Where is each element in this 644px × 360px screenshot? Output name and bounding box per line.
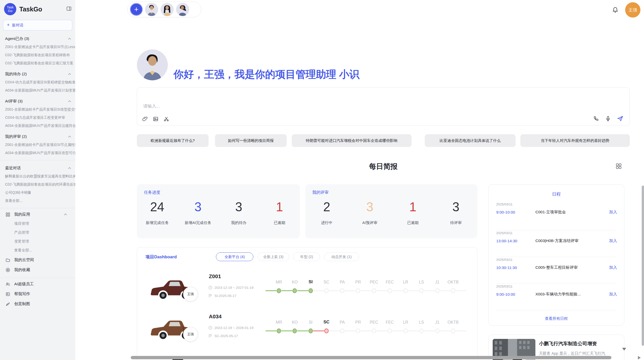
image-icon[interactable] xyxy=(153,116,158,122)
tab-powertrain[interactable]: 动总开发 (1) xyxy=(324,252,359,261)
recent-chat-item[interactable]: 公司Q3轻卡销量 xyxy=(0,189,75,197)
recent-chat-item[interactable]: C02-飞腾新能源轻客改款项目的闭环通告反馈情况 xyxy=(0,181,75,189)
join-link[interactable]: 加入 xyxy=(609,265,617,270)
event-date: 2025/03/11 xyxy=(496,258,617,262)
join-link[interactable]: 加入 xyxy=(609,292,617,297)
stat-overdue: 1已逾期 xyxy=(259,201,300,225)
sidebar-item[interactable]: Z001-全新燃油轻卡产品开发项目SI造型提交物评审 xyxy=(0,106,75,114)
join-link[interactable]: 加入 xyxy=(609,238,617,244)
sidebar-item-creative-draw[interactable]: 创意制图 xyxy=(0,299,75,309)
tab-new-body[interactable]: 全新上装 (3) xyxy=(257,252,289,261)
avatar[interactable] xyxy=(176,3,189,16)
microphone-icon[interactable] xyxy=(605,116,611,122)
quill-pen-icon xyxy=(6,302,10,306)
schedule-item: 2025/03/11 10:30-11:30 C005-整车工程目标评审 加入 xyxy=(496,258,617,282)
sidebar-item-ai-super-staff[interactable]: AI超级员工 xyxy=(0,279,75,289)
milestone-node-SC: SC xyxy=(324,318,329,333)
event-title: C005-整车工程目标评审 xyxy=(535,265,609,270)
sidebar-item[interactable]: A034-全新新能源MUV产品开发项目计划变更表编写 xyxy=(0,86,75,95)
recent-view-all[interactable]: 查看全部... xyxy=(0,197,75,205)
section-header-ai-review[interactable]: AI评审 (3) xyxy=(0,95,75,106)
chevron-up-icon xyxy=(68,73,71,75)
avatar[interactable] xyxy=(145,3,158,16)
people-icon xyxy=(6,282,10,287)
stat-new-done: 24新增完成任务 xyxy=(137,201,178,225)
app-link-view-all[interactable]: 查看全部... xyxy=(0,246,75,255)
scroll-down-arrow[interactable] xyxy=(622,348,626,351)
new-chat-button[interactable]: + 新对话 xyxy=(3,20,72,31)
tab-new-platform[interactable]: 全新平台 (4) xyxy=(216,252,253,261)
milestone-node-MR: MR xyxy=(276,318,281,333)
project-dashboard-card: 项目Dashboard 全新平台 (4) 全新上装 (3) 年型 (2) 动总开… xyxy=(137,247,477,360)
project-flag-row: SI-2025-05-17 xyxy=(208,294,236,298)
milestone-node-OKTB: OKTB xyxy=(451,318,456,333)
view-all-schedule-link[interactable]: 查看所有日程 xyxy=(489,316,624,321)
sidebar-item[interactable]: C0X4-动力总成开发项目SI里程碑提交物检查 xyxy=(0,78,75,86)
app-link-change-mgmt[interactable]: 变更管理 xyxy=(0,237,75,246)
dashboard-title: 项目Dashboard xyxy=(145,254,177,260)
section-title: AI评审 (3) xyxy=(5,99,68,104)
app-link-product-mgmt[interactable]: 产品管理 xyxy=(0,228,75,237)
project-name[interactable]: Z001 xyxy=(209,273,221,279)
milestone-node-J1: J1 xyxy=(435,278,440,293)
add-member-button[interactable]: + xyxy=(130,3,143,16)
team-member-pill: + xyxy=(127,2,201,17)
milestone-node-LS: LS xyxy=(419,318,424,333)
suggestion-chip[interactable]: 如何写一份清晰的项目周报 xyxy=(215,134,287,147)
section-header-my-todo[interactable]: 我的待办 (2) xyxy=(0,67,75,78)
app-logo: Task Go xyxy=(4,3,16,15)
vertical-scrollbar-thumb[interactable] xyxy=(642,186,644,346)
cloud-space-label: 我的云空间 xyxy=(14,257,71,263)
scroll-right-arrow[interactable] xyxy=(638,356,641,359)
section-header-recent-chats[interactable]: 最近对话 xyxy=(0,161,75,172)
sidebar-item-my-apps[interactable]: 我的应用 xyxy=(0,209,75,219)
phone-icon[interactable] xyxy=(593,116,599,122)
project-owner-badge[interactable]: 王强 xyxy=(183,327,198,342)
sidebar-item[interactable]: C02-飞腾新能源轻客改款项目里程碑画布 xyxy=(0,51,75,59)
suggestion-chips: 欧洲新规最近颁布了什么? 如何写一份清晰的项目周报 特朗普可能对进口汽车增税会对… xyxy=(137,134,630,147)
layout-grid-icon[interactable] xyxy=(616,163,622,170)
suggestion-chip[interactable]: 欧洲新规最近颁布了什么? xyxy=(137,134,209,147)
chat-input[interactable] xyxy=(143,103,373,109)
section-header-agent-done[interactable]: Agent已办 (3) xyxy=(0,32,75,43)
sidebar-item[interactable]: A034-全新新能源MUV产品开发项目法规符合性评审 xyxy=(0,122,75,130)
sidebar-item[interactable]: C02-飞腾新能源轻客改款项目立项汇报方案 xyxy=(0,59,75,67)
project-name[interactable]: A034 xyxy=(209,313,222,320)
join-link[interactable]: 加入 xyxy=(609,209,617,215)
avatar[interactable] xyxy=(160,3,174,16)
project-flag-row: SC-2025-05-17 xyxy=(208,334,238,338)
sidebar-item[interactable]: A034-全新新能源MUV产品开发项目造型可行性评审 xyxy=(0,149,75,157)
sidebar-collapse-icon[interactable] xyxy=(66,6,72,12)
sidebar-item[interactable]: Z001-全新燃油轻卡产品开发项目SI节点属性5D文件评审 xyxy=(0,141,75,149)
help-write-label: 帮我写作 xyxy=(14,291,71,297)
sidebar-item-cloud-space[interactable]: 我的云空间 xyxy=(0,255,75,265)
sidebar-item[interactable]: Z001-全新燃油皮卡产品开发项目SI节点Lesson Learn报告 xyxy=(0,43,75,51)
event-time: 9:00-10:00 xyxy=(496,292,535,297)
suggestion-chip[interactable]: 当下年轻人对汽车外观有怎样的喜好趋势 xyxy=(520,134,630,147)
horizontal-scrollbar-thumb[interactable] xyxy=(131,356,611,359)
notification-bell-icon[interactable] xyxy=(612,6,619,14)
send-icon[interactable] xyxy=(617,115,623,122)
project-dates-row: 2023-12-19 ~ 2027-01-19 xyxy=(208,286,254,290)
section-header-my-review[interactable]: 我的评审 (2) xyxy=(0,130,75,141)
project-owner-badge[interactable]: 王强 xyxy=(183,287,198,302)
tab-model-year[interactable]: 年型 (2) xyxy=(293,252,320,261)
suggestion-chip[interactable]: 特朗普可能对进口汽车增税会对中国车企造成哪些影响 xyxy=(292,134,412,147)
milestone-node-LR: LR xyxy=(403,318,408,333)
divider xyxy=(0,208,75,208)
chevron-up-icon xyxy=(68,100,71,102)
user-avatar[interactable]: 王强 xyxy=(625,2,640,18)
event-date: 2025/03/11 xyxy=(496,202,617,206)
milestone-node-SI: SI xyxy=(308,278,313,293)
app-link-project-mgmt[interactable]: 项目管理 xyxy=(0,219,75,228)
milestone-node-PEC: PEC xyxy=(372,318,376,333)
sidebar-item-favorites[interactable]: 我的收藏 xyxy=(0,265,75,275)
sidebar-item[interactable]: C0X4-动力总成开发项目工程变更评审 xyxy=(0,114,75,122)
scissors-icon[interactable] xyxy=(164,116,169,122)
plus-icon: + xyxy=(7,22,10,28)
milestone-node-PA: PA xyxy=(340,318,345,333)
attachment-icon[interactable] xyxy=(142,116,148,122)
recent-chat-item[interactable]: 解释最新出台的欧盟报废车法规再生塑料比例被调至15%... xyxy=(0,172,75,181)
sidebar-item-help-write[interactable]: 帮我写作 xyxy=(0,289,75,299)
suggestion-chip[interactable]: 比亚迪全固态电池计划具体说了什么 xyxy=(425,134,516,147)
